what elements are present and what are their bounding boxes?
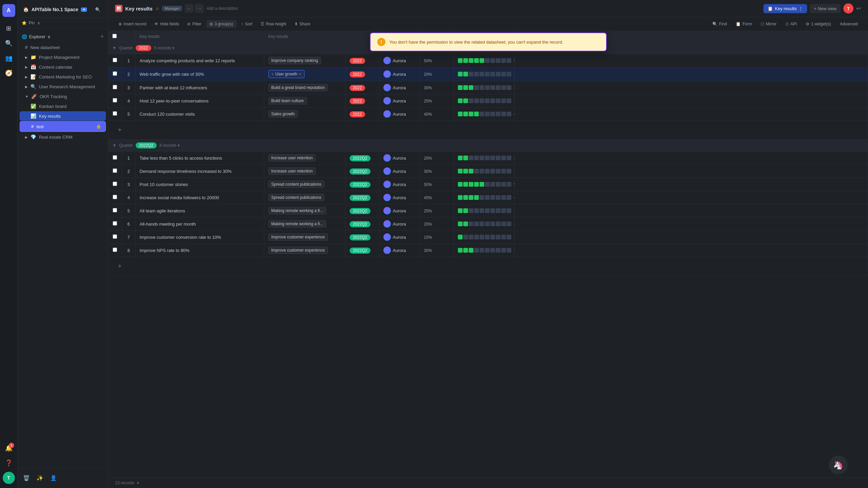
row-checkbox-cell[interactable] [108, 67, 122, 81]
home-icon[interactable]: ⊞ [3, 22, 15, 34]
row-quarter-cell[interactable]: 2022 [345, 81, 379, 94]
row-checkbox[interactable] [113, 208, 117, 212]
row-checkbox-cell[interactable] [108, 204, 122, 217]
row-keyresult-cell[interactable]: + User growth ✕ [264, 67, 345, 81]
user-avatar-bottom[interactable]: T [3, 472, 15, 484]
checkbox-header[interactable] [108, 31, 122, 42]
row-keyresult-cell[interactable]: Improve company ranking [264, 54, 345, 67]
sidebar-item-key-results[interactable]: 📊 Key results [20, 111, 106, 121]
group-btn[interactable]: ⊞ 3 group(s) [206, 20, 237, 28]
sidebar-item-new-datasheet[interactable]: # New datasheet [20, 43, 106, 52]
table-row[interactable]: 1 Take less than 5 clicks to access func… [108, 152, 868, 165]
hide-fields-btn[interactable]: 👁 Hide fields [151, 20, 182, 28]
user-avatar-top[interactable]: T [843, 3, 853, 14]
row-keyresult-cell[interactable]: Improve customer experience [264, 231, 345, 244]
row-keyresult-cell[interactable]: Improve customer experience [264, 244, 345, 257]
group-chevron-icon[interactable]: ▼ [112, 143, 116, 148]
row-checkbox-cell[interactable] [108, 152, 122, 165]
row-quarter-cell[interactable]: 2022Q2 [345, 152, 379, 165]
help-icon[interactable]: ❓ [3, 457, 15, 469]
view-tab-more-icon[interactable]: ⋮ [799, 6, 803, 11]
row-name-cell[interactable]: Partner with at least 12 influencers [135, 81, 264, 94]
sidebar-item-okr-tracking[interactable]: ▼ 🚀 OKR Tracking [20, 92, 106, 101]
nav-back-btn[interactable]: ← [185, 4, 194, 13]
view-tab-key-results[interactable]: 📋 Key results ⋮ [763, 4, 807, 13]
table-row[interactable]: 7 Improve customer conversion rate to 10… [108, 231, 868, 244]
workspace-avatar[interactable]: A [2, 4, 15, 17]
key-result-tag[interactable]: Improve customer experience [268, 247, 328, 254]
add-row-btn[interactable]: + [112, 123, 864, 137]
advanced-btn[interactable]: Advanced [837, 20, 861, 28]
row-checkbox-cell[interactable] [108, 108, 122, 121]
row-name-cell[interactable]: All-hands meeting per month [135, 217, 264, 231]
quarter-badge[interactable]: 2022 [136, 45, 152, 51]
row-quarter-cell[interactable]: 2022 [345, 108, 379, 121]
row-checkbox-cell[interactable] [108, 244, 122, 257]
sidebar-item-user-research[interactable]: ▶ 🔍 User Research Management [20, 82, 106, 91]
row-name-cell[interactable]: Demand response timeliness increased to … [135, 165, 264, 178]
row-quarter-cell[interactable]: 2022 [345, 94, 379, 108]
row-checkbox[interactable] [113, 155, 117, 160]
row-keyresult-cell[interactable]: Build a great brand reputation [264, 81, 345, 94]
row-checkbox-cell[interactable] [108, 178, 122, 191]
select-all-checkbox[interactable] [112, 34, 117, 38]
star-icon[interactable]: ☆ [155, 6, 159, 11]
row-height-btn[interactable]: ☰ Row height [257, 20, 290, 28]
team-icon[interactable]: 👥 [3, 52, 15, 64]
sidebar-item-content-marketing[interactable]: ▶ 📝 Content Marketing for SEO [20, 72, 106, 82]
key-result-tag[interactable]: Improve customer experience [268, 233, 328, 241]
add-item-icon[interactable]: + [100, 33, 104, 40]
table-row[interactable]: 5 Conduct 120 customer visits Sales grow… [108, 108, 868, 121]
explore-icon[interactable]: 🧭 [3, 67, 15, 79]
row-keyresult-cell[interactable]: Spread content publications [264, 191, 345, 204]
key-result-tag[interactable]: Spread content publications [268, 181, 325, 188]
row-checkbox-cell[interactable] [108, 94, 122, 108]
row-checkbox[interactable] [113, 195, 117, 199]
row-checkbox-cell[interactable] [108, 81, 122, 94]
row-checkbox[interactable] [113, 182, 117, 186]
table-row[interactable]: 8 Improve NPS rate to 80% Improve custom… [108, 244, 868, 257]
tag-plus-icon[interactable]: + [271, 71, 274, 77]
row-quarter-cell[interactable]: 2022Q2 [345, 204, 379, 217]
row-checkbox-cell[interactable] [108, 191, 122, 204]
row-name-cell[interactable]: Improve customer conversion rate to 10% [135, 231, 264, 244]
sidebar-item-test[interactable]: # test 🔒 [20, 121, 106, 132]
filter-btn[interactable]: ⊘ Filter [184, 20, 205, 28]
row-quarter-cell[interactable]: 2022Q2 [345, 165, 379, 178]
sidebar-item-project-management[interactable]: ▶ 📁 Project Management [20, 52, 106, 62]
key-result-tag[interactable]: Build team culture [268, 97, 307, 104]
pin-header[interactable]: ⭐ Pin ∧ [22, 21, 104, 25]
row-quarter-cell[interactable]: 2022Q2 [345, 178, 379, 191]
row-quarter-cell[interactable]: 2022Q2 [345, 217, 379, 231]
add-row-cell[interactable]: + [108, 257, 868, 276]
key-result-tag[interactable]: Build a great brand reputation [268, 84, 328, 91]
trash-icon[interactable]: 🗑️ [22, 473, 31, 483]
row-name-cell[interactable]: Web traffic grow with rate of 30% [135, 67, 264, 81]
row-checkbox[interactable] [113, 85, 117, 89]
scroll-indicator[interactable]: 🦄 [829, 456, 848, 474]
row-name-cell[interactable]: Improve NPS rate to 80% [135, 244, 264, 257]
key-result-tag[interactable]: Making remote working a fi... [268, 207, 326, 214]
row-checkbox[interactable] [113, 58, 117, 62]
row-checkbox[interactable] [113, 111, 117, 116]
add-row-cell[interactable]: + [108, 121, 868, 140]
new-view-btn[interactable]: + New view [810, 4, 841, 13]
table-row[interactable]: 4 Host 12 peer-to-peer conversations Bui… [108, 94, 868, 108]
share-btn[interactable]: ⬆ Share [291, 20, 314, 28]
explorer-header[interactable]: 🌐 Explorer ∨ + [18, 31, 108, 42]
key-result-tag[interactable]: Making remote working a fi... [268, 220, 326, 228]
add-description[interactable]: Add a description [206, 6, 238, 11]
row-checkbox[interactable] [113, 221, 117, 226]
mirror-btn[interactable]: ⬡ Mirror [757, 20, 780, 28]
table-row[interactable]: 4 Increase social media followers to 200… [108, 191, 868, 204]
api-btn[interactable]: ⟨⟩ API [782, 20, 800, 28]
related-col-header[interactable]: Key results [264, 31, 345, 42]
row-name-cell[interactable]: Increase social media followers to 20000 [135, 191, 264, 204]
find-btn[interactable]: 🔍 Find [709, 20, 730, 28]
key-result-tag[interactable]: Sales growth [268, 110, 298, 118]
add-row-btn[interactable]: + [112, 260, 864, 273]
row-quarter-cell[interactable]: 2022Q2 [345, 244, 379, 257]
sidebar-search-icon[interactable]: 🔍 [93, 5, 103, 14]
row-keyresult-cell[interactable]: Sales growth [264, 108, 345, 121]
row-name-cell[interactable]: Take less than 5 clicks to access functi… [135, 152, 264, 165]
